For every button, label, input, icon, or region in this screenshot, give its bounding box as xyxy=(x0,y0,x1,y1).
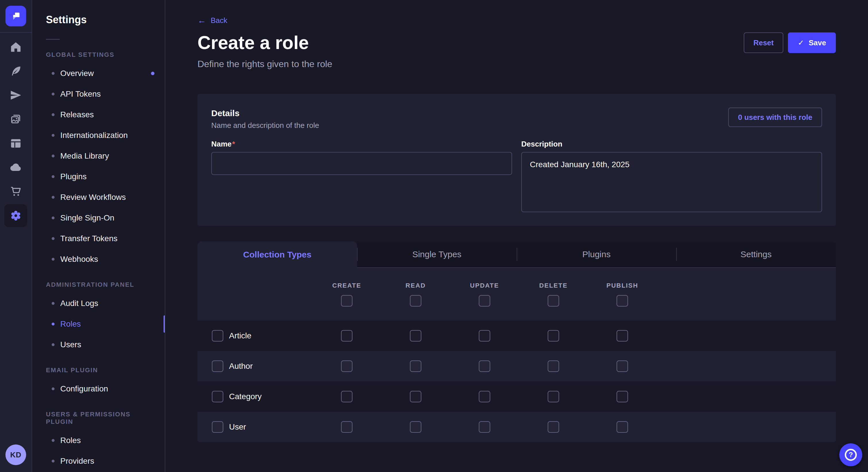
subnav-item-label: Transfer Tokens xyxy=(60,234,154,243)
checkbox-user-publish[interactable] xyxy=(617,421,628,433)
checkbox-user-create[interactable] xyxy=(341,421,352,433)
bullet-icon xyxy=(52,216,55,220)
check-icon: ✓ xyxy=(798,38,804,47)
checkbox-article-publish[interactable] xyxy=(617,330,628,341)
tab-settings[interactable]: Settings xyxy=(676,241,836,268)
checkbox-author-create[interactable] xyxy=(341,361,352,372)
checkbox-article-delete[interactable] xyxy=(548,330,559,341)
subnav-item-label: Plugins xyxy=(60,172,154,181)
column-header-read: READ xyxy=(406,282,426,289)
subnav-item-email-plugin-configuration[interactable]: Configuration xyxy=(32,378,165,399)
subnav-item-global-settings-single-sign-on[interactable]: Single Sign-On xyxy=(32,208,165,228)
checkbox-article-update[interactable] xyxy=(479,330,490,341)
checkbox-category-update[interactable] xyxy=(479,391,490,402)
checkbox-user-update[interactable] xyxy=(479,421,490,433)
checkbox-row-author[interactable] xyxy=(212,361,223,372)
subnav-item-label: Roles xyxy=(60,319,154,329)
bullet-icon xyxy=(52,196,55,199)
checkbox-all-read[interactable] xyxy=(410,295,422,307)
checkbox-user-read[interactable] xyxy=(410,421,422,433)
feather-icon[interactable] xyxy=(4,60,27,82)
row-label: User xyxy=(229,423,246,432)
checkbox-category-create[interactable] xyxy=(341,391,352,402)
checkbox-article-read[interactable] xyxy=(410,330,422,341)
back-link[interactable]: ← Back xyxy=(197,16,227,25)
subnav-item-label: Internationalization xyxy=(60,131,154,140)
checkbox-row-user[interactable] xyxy=(212,421,223,433)
bullet-icon xyxy=(52,302,55,305)
checkbox-author-read[interactable] xyxy=(410,361,422,372)
help-button[interactable]: ? xyxy=(839,443,862,466)
checkbox-category-publish[interactable] xyxy=(617,391,628,402)
subnav-item-label: Users xyxy=(60,340,154,349)
subnav-item-global-settings-review-workflows[interactable]: Review Workflows xyxy=(32,187,165,208)
row-label: Article xyxy=(229,331,251,340)
subnav-item-global-settings-internationalization[interactable]: Internationalization xyxy=(32,125,165,146)
subnav-item-global-settings-plugins[interactable]: Plugins xyxy=(32,166,165,187)
checkbox-row-category[interactable] xyxy=(212,391,223,402)
bullet-icon xyxy=(52,72,55,75)
subnav-item-administration-panel-roles[interactable]: Roles xyxy=(32,314,165,334)
checkbox-author-delete[interactable] xyxy=(548,361,559,372)
subnav-item-global-settings-webhooks[interactable]: Webhooks xyxy=(32,249,165,270)
cloud-icon[interactable] xyxy=(4,156,27,179)
tab-plugins[interactable]: Plugins xyxy=(517,241,676,268)
layout-icon[interactable] xyxy=(4,132,27,155)
reset-button[interactable]: Reset xyxy=(744,32,784,53)
checkbox-all-delete[interactable] xyxy=(548,295,559,307)
subnav-item-label: Review Workflows xyxy=(60,193,154,202)
column-header-delete: DELETE xyxy=(539,282,568,289)
description-field-label: Description xyxy=(521,140,822,148)
checkbox-user-delete[interactable] xyxy=(548,421,559,433)
subnav-item-label: Configuration xyxy=(60,384,154,394)
home-icon[interactable] xyxy=(4,36,27,59)
subnav-item-administration-panel-audit-logs[interactable]: Audit Logs xyxy=(32,293,165,314)
bullet-icon xyxy=(52,155,55,158)
cart-icon[interactable] xyxy=(4,180,27,203)
role-description-textarea[interactable]: Created January 16th, 2025 xyxy=(521,152,822,212)
bullet-icon xyxy=(52,460,55,463)
table-row-category: Category xyxy=(197,381,836,412)
checkbox-author-update[interactable] xyxy=(479,361,490,372)
bullet-icon xyxy=(52,343,55,346)
save-button[interactable]: ✓ Save xyxy=(788,32,836,53)
checkbox-all-publish[interactable] xyxy=(617,295,628,307)
subnav-item-label: Single Sign-On xyxy=(60,213,154,223)
notification-dot xyxy=(151,72,154,75)
subnav-item-global-settings-api-tokens[interactable]: API Tokens xyxy=(32,84,165,104)
users-with-role-button[interactable]: 0 users with this role xyxy=(728,107,822,127)
subnav-item-label: Roles xyxy=(60,436,154,445)
checkbox-all-create[interactable] xyxy=(341,295,352,307)
checkbox-category-read[interactable] xyxy=(410,391,422,402)
strapi-logo[interactable] xyxy=(5,6,26,26)
page-title: Create a role xyxy=(197,31,309,54)
checkbox-author-publish[interactable] xyxy=(617,361,628,372)
subnav-item-users-permissions-plugin-roles[interactable]: Roles xyxy=(32,430,165,451)
tab-single-types[interactable]: Single Types xyxy=(357,241,517,268)
checkbox-all-update[interactable] xyxy=(479,295,490,307)
subnav-item-label: Media Library xyxy=(60,151,154,161)
subnav-item-global-settings-overview[interactable]: Overview xyxy=(32,63,165,84)
section-label-global-settings: GLOBAL SETTINGS xyxy=(32,51,165,59)
checkbox-category-delete[interactable] xyxy=(548,391,559,402)
subnav-item-global-settings-transfer-tokens[interactable]: Transfer Tokens xyxy=(32,228,165,249)
subnav-item-global-settings-media-library[interactable]: Media Library xyxy=(32,146,165,166)
checkbox-row-article[interactable] xyxy=(212,330,223,341)
role-name-input[interactable] xyxy=(211,152,512,175)
subnav-item-administration-panel-users[interactable]: Users xyxy=(32,334,165,355)
tab-collection-types[interactable]: Collection Types xyxy=(197,241,357,268)
column-header-create: CREATE xyxy=(332,282,361,289)
name-field-label: Name* xyxy=(211,140,512,148)
subnav-item-label: API Tokens xyxy=(60,90,154,99)
bullet-icon xyxy=(52,439,55,442)
subnav-item-users-permissions-plugin-providers[interactable]: Providers xyxy=(32,451,165,471)
save-label: Save xyxy=(809,38,826,47)
paper-plane-icon[interactable] xyxy=(4,84,27,107)
subnav-item-global-settings-releases[interactable]: Releases xyxy=(32,104,165,125)
user-avatar[interactable]: KD xyxy=(5,444,26,465)
back-arrow-icon: ← xyxy=(197,16,206,25)
gear-icon[interactable] xyxy=(4,204,27,227)
media-library-icon[interactable] xyxy=(4,108,27,131)
checkbox-article-create[interactable] xyxy=(341,330,352,341)
row-label: Author xyxy=(229,362,253,371)
